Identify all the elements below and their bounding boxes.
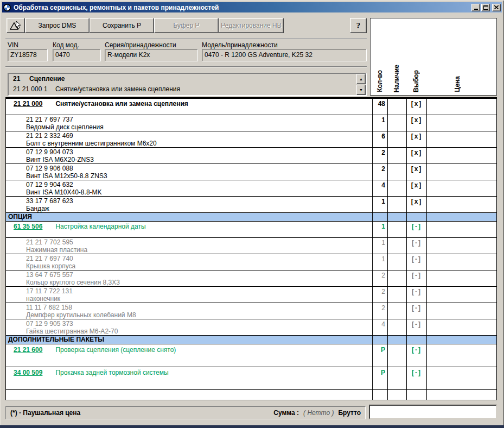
close-button[interactable] (492, 4, 501, 11)
model-code-field[interactable]: 0470 (53, 49, 101, 61)
scroll-down-button[interactable]: ▼ (356, 85, 366, 95)
dms-request-button[interactable]: Запрос DMS (25, 18, 90, 33)
qty-cell: 2 (372, 287, 387, 303)
table-filler-row (6, 390, 496, 400)
series-field[interactable]: R-модели K2x (105, 49, 198, 61)
separator (5, 38, 367, 39)
listbox-scrollbar[interactable]: ▲ ▼ (356, 74, 366, 95)
part-name: ОПЦИЯ (8, 213, 32, 221)
part-number-link[interactable]: 61 35 506 (14, 223, 42, 230)
scroll-up-button[interactable]: ▲ (356, 74, 366, 84)
qty-cell: 1 (372, 197, 387, 212)
model-label: Модель/принадлежности (202, 41, 278, 49)
select-toggle[interactable]: [x] (406, 197, 426, 212)
part-number: 07 12 9 905 373 (26, 320, 372, 328)
price-cell (426, 197, 496, 212)
select-toggle[interactable]: [-] (406, 367, 426, 389)
select-toggle[interactable]: [x] (406, 180, 426, 196)
list-item[interactable]: 21 21 000 1Снятие/установка или замена с… (9, 84, 366, 95)
select-toggle[interactable]: [x] (406, 131, 426, 147)
table-row[interactable]: 33 17 7 687 623Бандаж 1 [x] (6, 197, 496, 213)
availability-cell (387, 336, 406, 344)
table-row[interactable]: 21 21 600Проверка сцепления (сцепление с… (6, 344, 496, 367)
window-bottom-edge (0, 425, 504, 428)
brutto-label: Брутто (338, 409, 361, 417)
part-name: Настройка календарной даты (55, 223, 145, 230)
table-row[interactable]: 21 21 7 697 737Ведомый диск сцепления 1 … (6, 115, 496, 131)
table-row[interactable]: 34 00 509Прокачка задней тормозной систе… (6, 367, 496, 390)
table-row[interactable]: 21 21 7 702 595Нажимная пластина 1 [-] (6, 238, 496, 254)
table-row[interactable]: 21 21 2 332 469Болт с внутренним шестигр… (6, 131, 496, 148)
table-row[interactable]: 21 21 000Снятие/установка или замена сце… (6, 99, 496, 115)
part-number: 13 64 7 675 557 (26, 271, 372, 279)
qty-cell: 1 (372, 222, 387, 237)
model-field[interactable]: 0470 - R 1200 GS Adventure, K25 32 (202, 49, 367, 61)
part-number-link[interactable]: 21 21 000 (14, 100, 42, 108)
part-name: наконечник (26, 295, 372, 303)
total-input[interactable] (369, 405, 497, 419)
price-column-header: Цена (454, 76, 461, 92)
select-toggle[interactable]: [-] (406, 222, 426, 237)
part-description-cell: ОПЦИЯ (6, 213, 372, 221)
maximize-button[interactable] (481, 4, 490, 11)
part-description-cell: 13 64 7 675 557Кольцо круглого сечения 8… (6, 270, 372, 286)
availability-cell (387, 99, 406, 115)
save-r-button[interactable]: Сохранить Р (90, 18, 154, 33)
part-name: Ведомый диск сцепления (26, 123, 372, 131)
table-row[interactable]: 13 64 7 675 557Кольцо круглого сечения 8… (6, 270, 496, 287)
select-toggle[interactable]: [x] (406, 99, 426, 115)
titlebar: Обработка сервисных, ремонтных и пакетов… (2, 2, 502, 12)
select-toggle[interactable]: [x] (406, 115, 426, 131)
table-row[interactable]: 11 11 7 682 158Демпфер крутильных колеба… (6, 303, 496, 319)
part-name: Кольцо круглого сечения 8,3Х3 (26, 279, 372, 286)
qty-cell: 2 (372, 270, 387, 286)
bmw-logo-icon (3, 4, 11, 11)
availability-cell (387, 148, 406, 163)
part-number: 21 21 7 702 595 (26, 238, 372, 246)
table-row[interactable]: 21 21 7 697 740Крышка корпуса 1 [-] (6, 254, 496, 270)
table-row[interactable]: 07 12 9 904 632Винт ISA M10X40-8.8-MK 4 … (6, 180, 496, 197)
operation-name: Снятие/установка или замена сцепления (55, 85, 180, 93)
part-name: Нажимная пластина (26, 246, 372, 254)
select-toggle[interactable]: [-] (406, 303, 426, 319)
group-code: 21 (13, 74, 29, 84)
select-toggle[interactable]: [-] (406, 344, 426, 367)
qty-cell (372, 213, 387, 221)
table-row[interactable]: 17 11 7 722 131наконечник 2 [-] (6, 287, 496, 303)
help-button[interactable]: ? (350, 18, 367, 33)
price-cell (426, 336, 496, 344)
availability-cell (387, 270, 406, 286)
table-row[interactable]: 07 12 9 904 073Винт ISA M6X20-ZNS3 2 [x] (6, 148, 496, 164)
operation-listbox[interactable]: 21Сцепление 21 21 000 1Снятие/установка … (8, 73, 367, 96)
part-name: Проверка сцепления (сцепление снято) (55, 346, 176, 354)
select-toggle[interactable]: [-] (406, 238, 426, 254)
qty-cell: Р (372, 344, 387, 367)
graphics-button[interactable] (7, 18, 25, 33)
select-toggle[interactable]: [x] (406, 164, 426, 180)
vin-field[interactable]: ZY18578 (8, 49, 48, 61)
part-number: 11 11 7 682 158 (26, 304, 372, 311)
netto-label: ( Нетто ) (303, 409, 334, 417)
buffer-r-button: Буфер Р (154, 18, 219, 33)
minimize-button[interactable] (471, 4, 480, 11)
list-item[interactable]: 21Сцепление (9, 74, 366, 84)
part-number-link[interactable]: 21 21 600 (14, 346, 42, 354)
sum-label: Сумма : (273, 409, 299, 417)
app-window: Обработка сервисных, ремонтных и пакетов… (0, 0, 504, 428)
table-row[interactable]: 07 12 9 906 088Винт ISA M12x50-8.8 ZNS3 … (6, 164, 496, 180)
price-cell (426, 319, 496, 335)
select-toggle[interactable]: [x] (406, 148, 426, 163)
select-toggle[interactable]: [-] (406, 254, 426, 270)
table-row[interactable]: 07 12 9 905 373Гайка шестигранная М6-А2-… (6, 319, 496, 336)
select-toggle (406, 213, 426, 221)
price-cell (426, 367, 496, 389)
select-toggle[interactable]: [-] (406, 287, 426, 303)
group-name: Сцепление (29, 75, 65, 83)
table-row[interactable]: 61 35 506Настройка календарной даты 1 [-… (6, 222, 496, 238)
part-number-link[interactable]: 34 00 509 (14, 369, 42, 376)
price-cell (426, 270, 496, 286)
select-toggle[interactable]: [-] (406, 270, 426, 286)
select-toggle[interactable]: [-] (406, 319, 426, 335)
part-name: Гайка шестигранная М6-А2-70 (26, 328, 372, 335)
qty-cell: Р (372, 367, 387, 389)
